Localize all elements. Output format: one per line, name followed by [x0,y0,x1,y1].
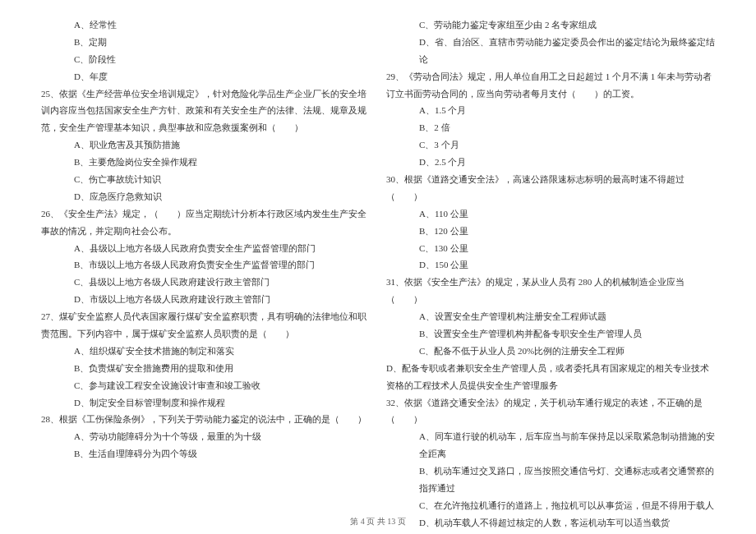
option-text: C、伤亡事故统计知识 [41,171,370,188]
question-text: 26、《安全生产法》规定，（ ）应当定期统计分析本行政区域内发生生产安全事故的情… [41,205,370,240]
question-text: 28、根据《工伤保险条例》，下列关于劳动能力鉴定的说法中，正确的是（ ） [41,411,370,428]
option-text: C、配备不低于从业人员 20%比例的注册安全工程师 [386,343,715,360]
option-text: D、配备专职或者兼职安全生产管理人员，或者委托具有国家规定的相关专业技术资格的工… [386,360,715,394]
option-text: D、省、自治区、直辖市劳动能力鉴定委员会作出的鉴定结论为最终鉴定结论 [386,34,715,68]
option-text: B、机动车通过交叉路口，应当按照交通信号灯、交通标志或者交通警察的指挥通过 [386,463,715,497]
option-text: B、120 公里 [386,223,715,240]
question-text: 30、根据《道路交通安全法》，高速公路限速标志标明的最高时速不得超过（ ） [386,171,715,205]
right-column: C、劳动能力鉴定专家组至少由 2 名专家组成 D、省、自治区、直辖市劳动能力鉴定… [378,16,723,501]
option-text: A、经常性 [41,16,370,34]
question-text: 29、《劳动合同法》规定，用人单位自用工之日起超过 1 个月不满 1 年未与劳动… [386,68,715,103]
option-text: D、2.5 个月 [386,154,715,171]
option-text: A、组织煤矿安全技术措施的制定和落实 [41,343,370,360]
option-text: D、150 公里 [386,256,715,274]
option-text: A、劳动功能障碍分为十个等级，最重的为十级 [41,428,370,445]
option-text: D、应急医疗急救知识 [41,188,370,205]
option-text: C、劳动能力鉴定专家组至少由 2 名专家组成 [386,16,715,34]
option-text: D、机动车载人不得超过核定的人数，客运机动车可以适当载货 [386,514,715,532]
question-text: 25、依据《生产经营单位安全培训规定》，针对危险化学品生产企业厂长的安全培训内容… [41,85,370,137]
option-text: D、年度 [41,68,370,85]
option-text: B、设置安全生产管理机构并配备专职安全生产管理人员 [386,325,715,343]
left-column: A、经常性 B、定期 C、阶段性 D、年度 25、依据《生产经营单位安全培训规定… [33,16,378,501]
option-text: D、制定安全目标管理制度和操作规程 [41,394,370,412]
option-text: A、同车道行驶的机动车，后车应当与前车保持足以采取紧急制动措施的安全距离 [386,428,715,463]
question-text: 27、煤矿安全监察人员代表国家履行煤矿安全监察职责，具有明确的法律地位和职责范围… [41,308,370,343]
option-text: B、2 倍 [386,119,715,136]
option-text: A、110 公里 [386,205,715,223]
option-text: C、参与建设工程安全设施设计审查和竣工验收 [41,377,370,394]
option-text: C、3 个月 [386,136,715,154]
option-text: A、设置安全生产管理机构注册安全工程师试题 [386,308,715,325]
question-text: 31、依据《安全生产法》的规定，某从业人员有 280 人的机械制造企业应当（ ） [386,274,715,308]
option-text: C、在允许拖拉机通行的道路上，拖拉机可以从事货运，但是不得用于载人 [386,497,715,514]
option-text: A、1.5 个月 [386,102,715,119]
option-text: B、主要危险岗位安全操作规程 [41,154,370,171]
option-text: C、县级以上地方各级人民政府建设行政主管部门 [41,274,370,291]
option-text: C、130 公里 [386,240,715,257]
option-text: B、定期 [41,34,370,51]
option-text: A、县级以上地方各级人民政府负责安全生产监督管理的部门 [41,240,370,257]
option-text: D、市级以上地方各级人民政府建设行政主管部门 [41,291,370,308]
option-text: C、阶段性 [41,51,370,68]
option-text: B、生活自理障碍分为四个等级 [41,445,370,463]
question-text: 32、依据《道路交通安全法》的规定，关于机动车通行规定的表述，不正确的是（ ） [386,394,715,429]
option-text: B、市级以上地方各级人民政府负责安全生产监督管理的部门 [41,256,370,274]
option-text: A、职业危害及其预防措施 [41,136,370,154]
option-text: B、负责煤矿安全措施费用的提取和使用 [41,360,370,377]
